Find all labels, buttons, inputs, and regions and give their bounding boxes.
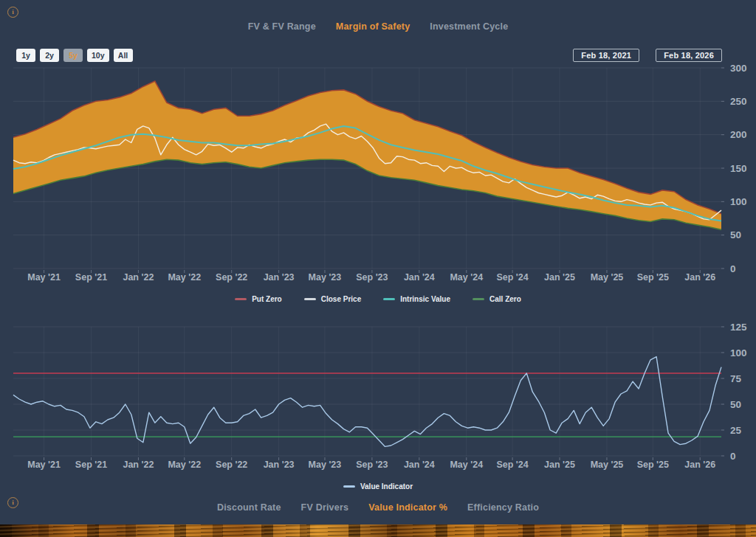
x-axis-label: Jan '22	[123, 460, 154, 470]
intrinsic-value-swatch	[383, 298, 395, 300]
tab-investment-cycle[interactable]: Investment Cycle	[430, 21, 508, 32]
legend-item-close-price[interactable]: Close Price	[304, 295, 361, 303]
margin-of-safety-chart[interactable]: 050100150200250300May '21Sep '21Jan '22M…	[0, 63, 756, 288]
value-indicator-line	[13, 357, 721, 447]
y-axis-label: 0	[730, 451, 736, 462]
bottom-tab-value-indicator[interactable]: Value Indicator %	[368, 502, 447, 513]
x-axis-label: May '25	[591, 460, 624, 470]
x-axis-label: Sep '23	[356, 272, 388, 283]
x-axis-label: Sep '23	[356, 460, 388, 470]
x-axis-label: Jan '25	[544, 460, 575, 470]
legend-item-call-zero[interactable]: Call Zero	[472, 295, 521, 303]
bottom-tab-efficiency-ratio[interactable]: Efficiency Ratio	[467, 502, 539, 513]
range-button-2y[interactable]: 2y	[40, 49, 59, 62]
x-axis-label: Jan '24	[404, 272, 435, 283]
app-frame: i FV & FV Range Margin of Safety Investm…	[0, 0, 756, 537]
x-axis-label: Jan '26	[684, 460, 715, 470]
top-tab-bar: FV & FV Range Margin of Safety Investmen…	[0, 21, 756, 32]
range-button-5y[interactable]: 5y	[63, 49, 83, 62]
x-axis-label: Sep '24	[496, 272, 528, 283]
y-axis-label: 0	[730, 263, 736, 274]
x-axis-label: Jan '23	[264, 460, 295, 470]
range-button-all[interactable]: All	[114, 49, 133, 62]
y-axis-label: 100	[730, 347, 747, 358]
top-chart-legend: Put Zero Close Price Intrinsic Value Cal…	[0, 295, 756, 303]
x-axis-label: May '23	[309, 460, 342, 470]
x-axis-label: May '21	[27, 460, 61, 470]
legend-label: Value Indicator	[360, 482, 413, 491]
x-axis-label: May '25	[591, 272, 624, 283]
legend-item-put-zero[interactable]: Put Zero	[235, 295, 282, 303]
x-axis-label: Sep '24	[496, 460, 528, 470]
x-axis-label: Sep '21	[75, 272, 107, 283]
x-axis-label: Sep '22	[216, 272, 247, 283]
legend-label: Call Zero	[489, 295, 521, 303]
x-axis-label: May '21	[27, 272, 61, 283]
value-indicator-chart[interactable]: 0255075100125May '21Sep '21Jan '22May '2…	[0, 321, 756, 477]
x-axis-label: Jan '23	[264, 272, 295, 283]
chart-info-icon[interactable]: i	[7, 7, 18, 18]
y-axis-label: 250	[730, 96, 747, 107]
x-axis-label: May '22	[168, 460, 201, 470]
fv-range-band	[13, 81, 721, 229]
bottom-chart-legend: Value Indicator	[0, 482, 756, 491]
x-axis-label: Sep '25	[637, 272, 669, 283]
y-axis-label: 150	[730, 163, 747, 174]
x-axis-label: Sep '25	[637, 460, 669, 470]
legend-label: Put Zero	[252, 295, 282, 303]
x-axis-label: Sep '21	[75, 460, 107, 470]
y-axis-label: 200	[730, 129, 747, 140]
call-zero-swatch	[472, 298, 484, 300]
x-axis-label: May '22	[168, 272, 201, 283]
y-axis-label: 100	[730, 196, 747, 207]
y-axis-label: 125	[730, 322, 747, 333]
legend-label: Close Price	[321, 295, 361, 303]
close-price-swatch	[304, 298, 316, 300]
x-axis-label: Jan '25	[544, 272, 575, 283]
put-zero-swatch	[235, 298, 247, 300]
bottom-tab-bar: Discount Rate FV Drivers Value Indicator…	[0, 502, 756, 513]
y-axis-label: 50	[730, 229, 741, 240]
range-button-1y[interactable]: 1y	[16, 49, 35, 62]
x-axis-label: Jan '22	[123, 272, 154, 283]
x-axis-label: Jan '26	[684, 272, 715, 283]
y-axis-label: 300	[730, 63, 747, 74]
x-axis-label: May '23	[309, 272, 342, 283]
x-axis-label: May '24	[450, 460, 483, 470]
y-axis-label: 25	[730, 425, 742, 436]
time-range-selector: 1y 2y 5y 10y All	[16, 49, 133, 62]
bottom-tab-discount-rate[interactable]: Discount Rate	[217, 502, 281, 513]
value-indicator-swatch	[343, 485, 355, 488]
x-axis-label: Jan '24	[404, 460, 435, 470]
date-range-controls: Feb 18, 2021 Feb 18, 2026	[573, 49, 722, 62]
start-date-input[interactable]: Feb 18, 2021	[573, 49, 639, 62]
bottom-tab-fv-drivers[interactable]: FV Drivers	[301, 502, 349, 513]
background-photo-strip	[0, 524, 756, 537]
tab-fv-and-fv-range[interactable]: FV & FV Range	[248, 21, 316, 32]
x-axis-label: May '24	[450, 272, 483, 283]
tab-margin-of-safety[interactable]: Margin of Safety	[336, 21, 410, 32]
legend-item-value-indicator[interactable]: Value Indicator	[343, 482, 413, 491]
legend-label: Intrinsic Value	[400, 295, 450, 303]
legend-item-intrinsic-value[interactable]: Intrinsic Value	[383, 295, 450, 303]
end-date-input[interactable]: Feb 18, 2026	[656, 49, 722, 62]
range-button-10y[interactable]: 10y	[87, 49, 109, 62]
y-axis-label: 50	[730, 399, 741, 410]
x-axis-label: Sep '22	[216, 460, 247, 470]
y-axis-label: 75	[730, 373, 742, 384]
